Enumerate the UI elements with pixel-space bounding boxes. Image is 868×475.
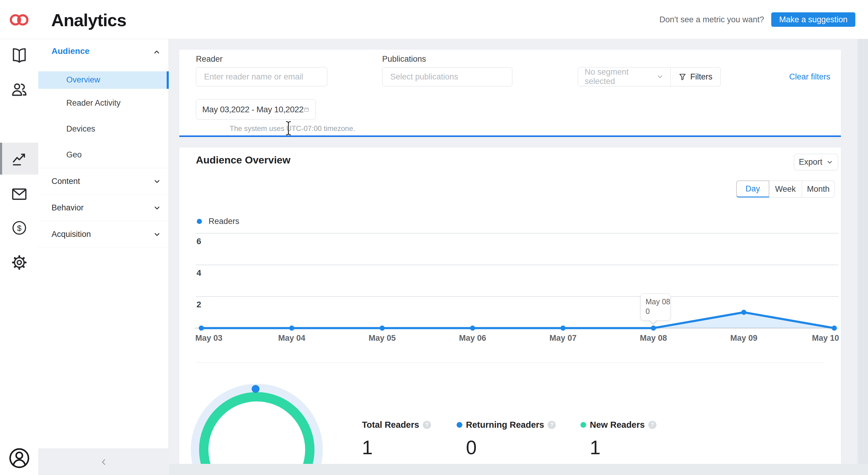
analytics-app: Analytics Don't see a metric you want? M… — [0, 0, 868, 475]
chevron-down-icon[interactable] — [153, 231, 161, 238]
stat-value: 0 — [466, 437, 556, 459]
chart-legend: Readers — [197, 217, 239, 226]
publications-label: Publications — [382, 55, 426, 64]
brand-logo-icon[interactable] — [9, 12, 30, 28]
svg-text:6: 6 — [196, 237, 201, 246]
sidebar-item-geo[interactable]: Geo — [66, 150, 82, 160]
chevron-down-icon — [826, 159, 833, 166]
main-content: Reader Publications No segment selected … — [169, 39, 868, 475]
chevron-down-icon[interactable] — [153, 178, 161, 185]
donut-new-readers-ring — [204, 397, 310, 464]
new-readers-dot — [581, 422, 586, 428]
reader-input[interactable] — [196, 67, 327, 87]
page-title: Analytics — [51, 10, 126, 30]
funnel-icon — [678, 73, 687, 81]
export-button[interactable]: Export — [794, 154, 838, 170]
help-icon[interactable]: ? — [548, 421, 556, 429]
avatar[interactable] — [0, 446, 38, 470]
reader-label: Reader — [196, 55, 223, 64]
sidebar-item-devices[interactable]: Devices — [66, 124, 95, 134]
scrollbar[interactable] — [858, 39, 868, 475]
tab-week[interactable]: Week — [769, 181, 802, 198]
svg-text:May 07: May 07 — [550, 334, 577, 343]
active-item-indicator — [167, 71, 169, 89]
svg-text:May 06: May 06 — [459, 334, 486, 343]
collapse-sidebar-icon[interactable] — [99, 457, 108, 467]
tooltip-date: May 08 — [646, 297, 670, 306]
users-icon[interactable] — [0, 80, 38, 98]
readers-donut-chart — [187, 381, 329, 464]
filters-button[interactable]: Filters — [671, 67, 721, 87]
help-icon[interactable]: ? — [648, 421, 656, 429]
sidebar-section-content[interactable]: Content — [38, 168, 169, 195]
svg-text:2: 2 — [196, 300, 201, 309]
tab-month[interactable]: Month — [802, 181, 835, 198]
sidebar-item-overview[interactable]: Overview — [38, 71, 169, 89]
legend-label-readers: Readers — [209, 217, 239, 226]
publications-input[interactable] — [382, 67, 513, 87]
section-heading: Audience Overview — [196, 154, 290, 166]
stat-total-readers: Total Readers ? 1 — [362, 420, 431, 459]
donut-returning-readers-dot — [252, 385, 259, 393]
text-cursor — [285, 121, 291, 136]
audience-overview-panel: Audience Overview Export Day Week Month … — [179, 147, 841, 464]
legend-dot-readers — [197, 219, 202, 224]
icon-rail: $ — [0, 39, 38, 475]
filters-panel: Reader Publications No segment selected … — [179, 50, 841, 137]
gear-icon[interactable] — [0, 253, 38, 272]
calendar-icon — [304, 105, 310, 114]
date-range-field[interactable]: May 03,2022 - May 10,2022 — [196, 99, 316, 120]
date-range-value: May 03,2022 - May 10,2022 — [202, 105, 304, 114]
chevron-up-icon[interactable] — [153, 48, 161, 56]
help-icon[interactable]: ? — [423, 421, 431, 429]
sidebar-item-reader-activity[interactable]: Reader Activity — [66, 98, 121, 108]
segment-select-value: No segment selected — [585, 67, 656, 86]
stat-value: 1 — [590, 437, 656, 459]
page-bottom-strip — [169, 464, 868, 475]
chart-tooltip: May 08 0 — [641, 294, 671, 320]
svg-text:May 03: May 03 — [195, 334, 222, 343]
chevron-down-icon — [656, 73, 664, 81]
suggestion-hint: Don't see a metric you want? — [659, 15, 764, 24]
stat-new-readers: New Readers ? 1 — [581, 420, 656, 459]
stat-value: 1 — [362, 437, 431, 459]
analytics-chart-icon[interactable] — [0, 149, 38, 168]
topbar: Analytics Don't see a metric you want? M… — [0, 0, 868, 39]
sidebar-section-audience[interactable]: Audience — [52, 46, 90, 56]
svg-text:4: 4 — [196, 268, 201, 277]
sidebar-item-label: Overview — [66, 75, 100, 84]
tab-day[interactable]: Day — [736, 181, 769, 198]
clear-filters-link[interactable]: Clear filters — [789, 72, 830, 81]
sidebar-footer — [38, 448, 169, 475]
timezone-note: The system uses UTC-07:00 timezone. — [230, 124, 355, 133]
svg-text:May 05: May 05 — [369, 334, 396, 343]
sidebar-section-acquisition[interactable]: Acquisition — [38, 221, 169, 247]
book-icon[interactable] — [0, 46, 38, 64]
granularity-toggle: Day Week Month — [736, 181, 835, 198]
dollar-icon[interactable]: $ — [0, 219, 38, 237]
sidebar-section-behavior[interactable]: Behavior — [38, 195, 169, 221]
tooltip-value: 0 — [646, 306, 670, 316]
segment-select[interactable]: No segment selected — [578, 67, 671, 87]
mail-icon[interactable] — [0, 185, 38, 203]
svg-text:May 08: May 08 — [640, 334, 667, 343]
svg-text:$: $ — [17, 224, 22, 233]
returning-readers-dot — [457, 422, 462, 428]
stat-returning-readers: Returning Readers ? 0 — [457, 420, 556, 459]
sidebar: Audience Overview Reader Activity Device… — [38, 39, 169, 448]
chevron-down-icon[interactable] — [153, 204, 161, 212]
svg-text:May 09: May 09 — [730, 334, 757, 343]
readers-line-chart[interactable]: 246May 03May 04May 05May 06May 07May 08M… — [193, 229, 841, 346]
make-suggestion-button[interactable]: Make a suggestion — [771, 12, 855, 27]
svg-text:May 04: May 04 — [278, 334, 305, 343]
rail-active-item-analytics[interactable] — [0, 143, 38, 175]
svg-text:May 10: May 10 — [812, 334, 839, 343]
